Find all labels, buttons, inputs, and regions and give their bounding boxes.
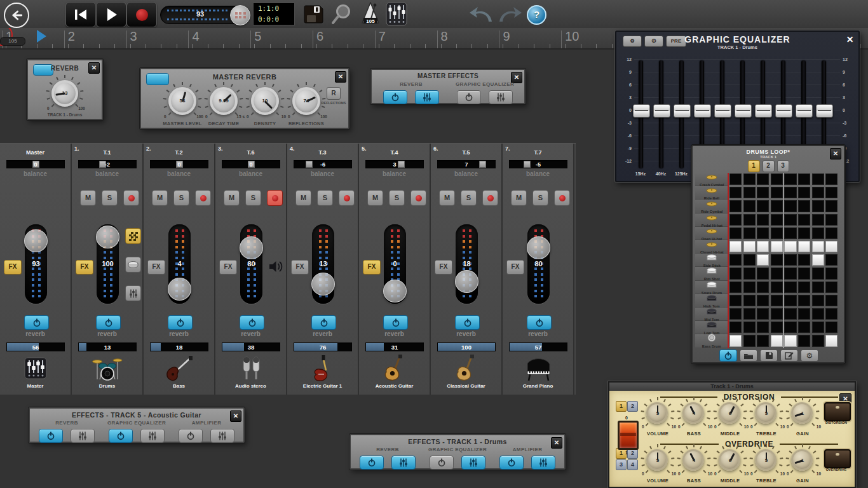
zoom-button[interactable] bbox=[330, 4, 353, 28]
drum-step-cell[interactable] bbox=[771, 214, 783, 226]
drum-step-cell[interactable] bbox=[743, 173, 756, 185]
drum-step-cell[interactable] bbox=[757, 295, 769, 306]
drum-step-cell[interactable] bbox=[798, 187, 810, 198]
drum-step-cell[interactable] bbox=[757, 281, 769, 293]
drum-step-cell[interactable] bbox=[798, 200, 810, 212]
effects-track5-mixer-button[interactable] bbox=[210, 429, 234, 443]
reverb-power-button[interactable] bbox=[527, 315, 552, 330]
drum-step-cell[interactable] bbox=[798, 308, 810, 320]
save-button[interactable] bbox=[303, 4, 324, 27]
drum-step-cell[interactable] bbox=[825, 227, 837, 239]
drum-step-cell[interactable] bbox=[771, 281, 783, 293]
fx-button[interactable]: FX bbox=[363, 260, 381, 274]
reverb-power-button[interactable] bbox=[383, 315, 408, 330]
balance-slider[interactable]: 0 bbox=[150, 160, 208, 168]
reverb-close-button[interactable]: ✕ bbox=[88, 62, 100, 74]
channel-fader[interactable]: 0 bbox=[384, 224, 406, 304]
master-effects-mixer-button[interactable] bbox=[489, 90, 513, 104]
record-arm-button[interactable] bbox=[339, 190, 355, 206]
reverb-amount-slider[interactable]: 56 bbox=[6, 342, 65, 351]
drum-step-cell[interactable] bbox=[825, 200, 837, 212]
drum-step-cell[interactable] bbox=[825, 281, 837, 293]
fader-handle[interactable] bbox=[168, 278, 191, 301]
solo-button[interactable]: S bbox=[245, 190, 261, 206]
drum-step-cell[interactable] bbox=[812, 227, 824, 239]
reverb-power-button[interactable] bbox=[24, 315, 49, 330]
solo-button[interactable]: S bbox=[173, 190, 189, 206]
drum-step-cell[interactable] bbox=[729, 335, 742, 346]
drum-step-cell[interactable] bbox=[743, 214, 756, 226]
drums-loop-close-button[interactable]: ✕ bbox=[830, 148, 841, 159]
drum-step-cell[interactable] bbox=[743, 308, 756, 320]
drum-step-cell[interactable] bbox=[757, 254, 769, 266]
drum-step-cell[interactable] bbox=[784, 268, 796, 279]
drum-step-cell[interactable] bbox=[784, 322, 796, 333]
drum-step-cell[interactable] bbox=[771, 295, 783, 306]
mute-button[interactable]: M bbox=[367, 190, 383, 206]
fx-button[interactable]: FX bbox=[76, 260, 93, 274]
solo-button[interactable]: S bbox=[461, 190, 477, 206]
pedal-overdrive-knob-bass[interactable]: 4010BASS bbox=[681, 447, 707, 474]
drum-step-cell[interactable] bbox=[757, 187, 769, 198]
solo-button[interactable]: S bbox=[317, 190, 333, 206]
pedal-distorsion-knob-volume[interactable]: 5010VOLUME bbox=[644, 400, 671, 427]
drum-step-cell[interactable] bbox=[784, 200, 796, 212]
drum-step-cell[interactable] bbox=[784, 187, 796, 198]
eq-slider-handle-8[interactable] bbox=[796, 104, 813, 118]
drum-step-cell[interactable] bbox=[812, 335, 824, 346]
reflections-toggle-button[interactable]: R bbox=[327, 87, 341, 100]
drum-step-cell[interactable] bbox=[825, 173, 837, 185]
drum-step-cell[interactable] bbox=[798, 268, 810, 279]
drum-step-cell[interactable] bbox=[757, 173, 769, 185]
drum-step-cell[interactable] bbox=[743, 268, 756, 279]
fader-handle[interactable] bbox=[527, 236, 550, 259]
pedal-selector-distorsion-1[interactable]: 1 bbox=[616, 401, 627, 412]
channel-fader[interactable]: 80 bbox=[527, 224, 550, 304]
power-rocker-switch[interactable] bbox=[618, 421, 639, 450]
channel-fader[interactable]: 80 bbox=[240, 224, 262, 304]
reverb-amount-slider[interactable]: 38 bbox=[222, 342, 280, 351]
drum-step-cell[interactable] bbox=[812, 200, 824, 212]
fx-button[interactable]: FX bbox=[506, 260, 524, 274]
effects-track1-mixer-button[interactable] bbox=[531, 456, 555, 470]
drum-step-cell[interactable] bbox=[729, 254, 742, 266]
effects-track5-mixer-button[interactable] bbox=[71, 429, 95, 443]
fader-handle[interactable] bbox=[24, 229, 48, 252]
drum-step-cell[interactable] bbox=[757, 335, 769, 346]
drum-step-cell[interactable] bbox=[771, 308, 783, 320]
mute-button[interactable]: M bbox=[224, 190, 240, 206]
drum-step-cell[interactable] bbox=[812, 187, 824, 198]
balance-slider[interactable]: 7 bbox=[437, 160, 496, 168]
drum-step-cell[interactable] bbox=[825, 308, 837, 320]
eq-slider-handle-0[interactable] bbox=[633, 104, 650, 118]
drum-step-cell[interactable] bbox=[757, 200, 769, 212]
drum-step-cell[interactable] bbox=[812, 308, 824, 320]
reverb-power-button[interactable] bbox=[168, 315, 193, 330]
drum-step-cell[interactable] bbox=[784, 241, 796, 252]
channel-drumpads-button[interactable] bbox=[125, 257, 141, 273]
reverb-knob[interactable]: 130100 bbox=[50, 78, 80, 109]
reverb-power-button[interactable] bbox=[455, 315, 480, 330]
drum-step-cell[interactable] bbox=[771, 173, 783, 185]
drum-step-cell[interactable] bbox=[729, 173, 742, 185]
eq-slider-handle-6[interactable] bbox=[755, 104, 772, 118]
drums-edit-button[interactable] bbox=[780, 349, 798, 362]
record-arm-button[interactable] bbox=[554, 190, 570, 206]
drum-step-cell[interactable] bbox=[812, 281, 824, 293]
mute-button[interactable]: M bbox=[152, 190, 168, 206]
master-reverb-knob-1[interactable]: 9.99015 sDECAY TIME bbox=[208, 85, 240, 117]
eq-slider-handle-1[interactable] bbox=[653, 104, 670, 118]
drum-step-cell[interactable] bbox=[825, 295, 837, 306]
fx-button[interactable]: FX bbox=[147, 260, 165, 274]
eq-slider-handle-2[interactable] bbox=[674, 104, 691, 118]
balance-slider[interactable]: 3 bbox=[365, 160, 424, 168]
record-arm-button[interactable] bbox=[195, 190, 211, 206]
eq-slider-handle-7[interactable] bbox=[775, 104, 792, 118]
pedal-distorsion-knob-bass[interactable]: 4010BASS bbox=[681, 400, 707, 427]
channel-fader[interactable]: 18 bbox=[456, 224, 478, 304]
drum-step-cell[interactable] bbox=[771, 241, 783, 252]
rewind-button[interactable] bbox=[65, 2, 96, 27]
drum-step-cell[interactable] bbox=[757, 308, 769, 320]
drum-step-cell[interactable] bbox=[784, 173, 796, 185]
effects-track5-power-button[interactable] bbox=[109, 429, 133, 443]
